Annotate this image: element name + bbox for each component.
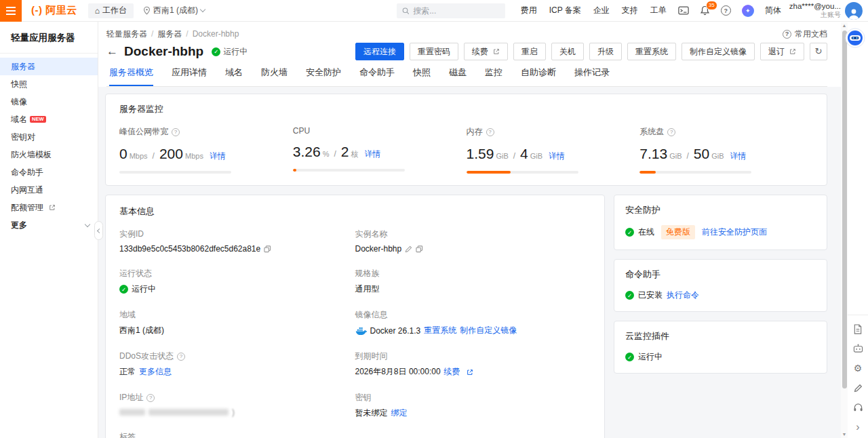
basic-info-card: 基本信息 实例ID 133db9e5c0c5453b8062dfec5d62a8… bbox=[105, 195, 605, 438]
metric-detail-link[interactable]: 详情 bbox=[549, 151, 565, 162]
sidebar-item-label: 命令助手 bbox=[11, 167, 43, 178]
tab-8[interactable]: 监控 bbox=[485, 66, 502, 86]
action-button-5[interactable]: 升级 bbox=[589, 43, 622, 60]
region-selector[interactable]: 西南1 (成都) bbox=[143, 5, 205, 16]
metric-progress-fill bbox=[467, 171, 511, 174]
back-arrow-icon[interactable]: ← bbox=[106, 45, 118, 58]
ai-sparkle-icon[interactable]: ✦ bbox=[742, 5, 754, 17]
refresh-button[interactable]: ↻ bbox=[810, 43, 827, 60]
help-question-icon[interactable]: ? bbox=[721, 5, 731, 16]
aliyun-logo[interactable]: (-) 阿里云 bbox=[31, 4, 77, 17]
sidebar-collapse-handle[interactable] bbox=[94, 221, 103, 240]
floating-toolbar: ⚙ › bbox=[848, 315, 868, 433]
reset-system-link[interactable]: 重置系统 bbox=[424, 325, 456, 336]
edit-icon[interactable] bbox=[405, 245, 412, 253]
scrollbar-thumb[interactable] bbox=[842, 31, 847, 389]
common-docs-link[interactable]: ? 常用文档 bbox=[783, 28, 827, 40]
bind-key-link[interactable]: 绑定 bbox=[391, 407, 408, 419]
sidebar-item-7[interactable]: 内网互通 bbox=[0, 181, 98, 199]
topbar-menu-item-1[interactable]: ICP 备案 bbox=[549, 5, 581, 16]
topbar-menu-item-2[interactable]: 企业 bbox=[593, 5, 610, 16]
collapse-toolbar-chevron-icon[interactable]: › bbox=[856, 422, 859, 433]
robot-helper-icon[interactable] bbox=[853, 343, 863, 354]
topbar-menu-item-0[interactable]: 费用 bbox=[521, 5, 537, 16]
action-button-4[interactable]: 关机 bbox=[551, 43, 584, 60]
sidebar-item-3[interactable]: 域名NEW bbox=[0, 111, 98, 128]
tab-10[interactable]: 操作记录 bbox=[574, 66, 610, 86]
topbar-menu: 费用ICP 备案企业支持工单 bbox=[515, 5, 673, 16]
console-terminal-icon[interactable] bbox=[678, 6, 689, 15]
help-icon[interactable]: ? bbox=[172, 128, 180, 136]
tab-6[interactable]: 快照 bbox=[413, 66, 431, 86]
topbar-menu-item-3[interactable]: 支持 bbox=[622, 5, 638, 16]
metric-used: 1.59 bbox=[467, 146, 494, 162]
settings-gear-icon[interactable]: ⚙ bbox=[854, 363, 863, 374]
sidebar-item-8[interactable]: 配额管理 bbox=[0, 199, 98, 216]
chevron-down-icon bbox=[200, 7, 205, 12]
action-button-2[interactable]: 续费 bbox=[464, 43, 508, 60]
tab-4[interactable]: 安全防护 bbox=[306, 66, 341, 86]
sidebar-item-1[interactable]: 快照 bbox=[0, 75, 98, 93]
action-button-1[interactable]: 重置密码 bbox=[410, 43, 458, 60]
action-button-remote-connect[interactable]: 远程连接 bbox=[355, 43, 404, 60]
search-input[interactable] bbox=[413, 6, 499, 16]
action-button-label: 退订 bbox=[768, 43, 785, 60]
sidebar-item-0[interactable]: 服务器 bbox=[0, 58, 98, 75]
copy-icon[interactable] bbox=[416, 245, 423, 253]
metric-used-unit: Mbps bbox=[130, 152, 148, 160]
metric-total: 4 bbox=[520, 146, 528, 162]
run-command-link[interactable]: 执行命令 bbox=[667, 290, 699, 301]
support-headset-icon[interactable] bbox=[853, 402, 863, 413]
vertical-scrollbar[interactable]: ▲ ▼ bbox=[841, 22, 848, 438]
account-info[interactable]: zha****@you... 主账号 bbox=[789, 1, 841, 20]
document-icon[interactable] bbox=[853, 323, 863, 334]
metric-detail-link[interactable]: 详情 bbox=[730, 151, 747, 162]
workbench-button[interactable]: ⌂ 工作台 bbox=[88, 3, 134, 18]
make-custom-image-link[interactable]: 制作自定义镜像 bbox=[460, 325, 517, 336]
search-box[interactable] bbox=[397, 3, 505, 18]
tab-3[interactable]: 防火墙 bbox=[261, 66, 288, 86]
metric-label: CPU bbox=[293, 126, 467, 136]
sidebar-item-4[interactable]: 密钥对 bbox=[0, 128, 98, 146]
metric-0: 峰值公网带宽?0Mbps/200Mbps详情 bbox=[119, 126, 293, 174]
language-switch[interactable]: 简体 bbox=[765, 5, 781, 16]
help-icon[interactable]: ? bbox=[667, 128, 675, 136]
scroll-down-arrow[interactable]: ▼ bbox=[841, 431, 848, 438]
copy-icon[interactable] bbox=[264, 245, 271, 253]
action-buttons: 远程连接重置密码续费重启关机升级重置系统制作自定义镜像退订↻ bbox=[355, 43, 827, 60]
topbar-menu-item-4[interactable]: 工单 bbox=[650, 5, 667, 16]
tab-2[interactable]: 域名 bbox=[225, 66, 243, 86]
breadcrumb-item-0[interactable]: 轻量服务器 bbox=[106, 29, 147, 39]
sidebar-item-6[interactable]: 命令助手 bbox=[0, 163, 98, 181]
tab-1[interactable]: 应用详情 bbox=[172, 66, 207, 86]
sidebar-item-2[interactable]: 镜像 bbox=[0, 93, 98, 111]
notifications-bell-icon[interactable]: 35 bbox=[700, 5, 710, 16]
ddos-more-link[interactable]: 更多信息 bbox=[139, 366, 172, 378]
action-button-7[interactable]: 制作自定义镜像 bbox=[682, 43, 755, 60]
action-button-8[interactable]: 退订 bbox=[760, 43, 804, 60]
tab-5[interactable]: 命令助手 bbox=[359, 66, 395, 86]
hamburger-menu-icon[interactable] bbox=[0, 0, 22, 22]
action-button-6[interactable]: 重置系统 bbox=[627, 43, 676, 60]
action-button-3[interactable]: 重启 bbox=[513, 43, 546, 60]
sidebar-item-5[interactable]: 防火墙模板 bbox=[0, 146, 98, 163]
go-security-page-link[interactable]: 前往安全防护页面 bbox=[702, 226, 767, 238]
breadcrumb-item-1[interactable]: 服务器 bbox=[157, 29, 182, 39]
tab-0[interactable]: 服务器概览 bbox=[109, 66, 153, 86]
feedback-pencil-icon[interactable] bbox=[854, 382, 863, 393]
external-link-icon bbox=[787, 48, 796, 55]
tab-7[interactable]: 磁盘 bbox=[449, 66, 467, 86]
help-icon[interactable]: ? bbox=[486, 128, 494, 136]
help-icon[interactable]: ? bbox=[177, 353, 185, 361]
sidebar-item-label: 快照 bbox=[11, 79, 27, 90]
metric-detail-link[interactable]: 详情 bbox=[364, 148, 380, 160]
avatar[interactable] bbox=[845, 2, 863, 20]
help-icon[interactable]: ? bbox=[146, 394, 155, 402]
sidebar-item-9[interactable]: 更多 bbox=[0, 216, 98, 234]
metric-detail-link[interactable]: 详情 bbox=[210, 151, 226, 162]
tab-9[interactable]: 自助诊断 bbox=[521, 66, 556, 86]
renew-link[interactable]: 续费 bbox=[444, 366, 460, 378]
ai-assistant-robot-icon[interactable] bbox=[845, 28, 865, 48]
metric-progress-bar bbox=[293, 169, 405, 172]
metric-slash: / bbox=[334, 149, 336, 159]
